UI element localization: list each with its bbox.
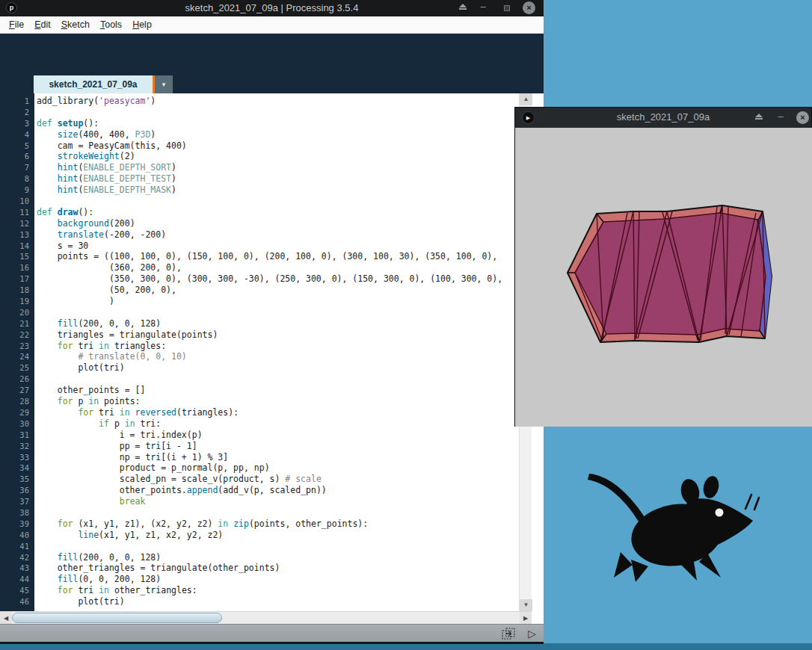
code-line: def setup(): <box>37 118 519 129</box>
line-number: 20 <box>0 307 34 318</box>
horizontal-scrollbar-thumb[interactable] <box>12 613 222 623</box>
line-number: 43 <box>0 563 34 574</box>
scroll-left-button[interactable]: ◀ <box>0 612 12 625</box>
minimize-button[interactable]: – <box>477 2 489 14</box>
shade-button[interactable] <box>457 2 469 14</box>
code-line: i = tri.index(p) <box>37 430 519 441</box>
code-line: plot(tri) <box>37 362 519 374</box>
code-line: cam = PeasyCam(this, 400) <box>37 140 519 152</box>
line-number: 3 <box>0 118 34 129</box>
scroll-up-button[interactable]: ▲ <box>520 93 532 105</box>
line-number: 6 <box>0 151 34 162</box>
line-number: 41 <box>0 541 34 552</box>
code-line: np = tri[(i + 1) % 3] <box>37 452 519 463</box>
mouse-silhouette-icon <box>582 463 765 590</box>
code-line: ) <box>37 296 519 307</box>
code-line: product = p_normal(p, pp, np) <box>37 462 519 474</box>
menu-help[interactable]: Help <box>132 19 152 30</box>
tab-menu-button[interactable]: ▾ <box>155 75 173 93</box>
menu-sketch[interactable]: Sketch <box>61 19 90 30</box>
title-bar[interactable]: p sketch_2021_07_09a | Processing 3.5.4 … <box>0 0 544 16</box>
code-line: points = ((100, 100, 0), (150, 100, 0), … <box>37 251 519 262</box>
line-number: 44 <box>0 574 34 585</box>
line-number: 37 <box>0 496 34 507</box>
line-number: 4 <box>0 129 34 140</box>
line-number: 12 <box>0 218 34 229</box>
code-line <box>37 507 519 519</box>
menu-file[interactable]: File <box>9 19 24 30</box>
line-number: 38 <box>0 507 34 519</box>
line-number: 42 <box>0 552 34 563</box>
line-number: 23 <box>0 341 34 352</box>
console-toggle-icon[interactable]: ▷ <box>528 626 536 641</box>
line-number: 25 <box>0 362 34 374</box>
code-line: other_points.append(add_v(p, scaled_pn)) <box>37 485 519 496</box>
code-line <box>37 307 519 318</box>
code-line: size(400, 400, P3D) <box>37 129 519 140</box>
line-number: 34 <box>0 462 34 474</box>
scroll-down-button[interactable]: ▼ <box>520 599 532 611</box>
sketch-window-title: sketch_2021_07_09a <box>515 111 811 123</box>
line-number: 10 <box>0 196 34 207</box>
line-number: 46 <box>0 596 34 607</box>
line-number: 31 <box>0 430 34 441</box>
window-bottom-edge <box>0 642 544 643</box>
code-line: # translate(0, 0, 10) <box>37 351 519 362</box>
line-number: 17 <box>0 273 34 285</box>
menu-edit[interactable]: Edit <box>34 19 51 30</box>
sketch-output-window: ▶ sketch_2021_07_09a – × <box>514 107 812 427</box>
code-area[interactable]: add_library('peasycam')def setup(): size… <box>34 93 519 611</box>
code-line: add_library('peasycam') <box>37 96 519 107</box>
tab-sketch[interactable]: sketch_2021_07_09a <box>34 75 153 93</box>
maximize-button[interactable] <box>501 2 513 14</box>
code-line <box>37 374 519 385</box>
code-line: plot(tri) <box>37 596 519 607</box>
code-line: other_points = [] <box>37 385 519 396</box>
line-number: 8 <box>0 173 34 185</box>
code-line <box>37 107 519 118</box>
code-line: def draw(): <box>37 207 519 218</box>
sketch-title-bar[interactable]: ▶ sketch_2021_07_09a – × <box>515 108 811 128</box>
line-number: 35 <box>0 474 34 485</box>
desktop-mouse-artwork <box>582 463 765 590</box>
copy-error-icon[interactable] <box>502 628 517 640</box>
code-line: fill(0, 0, 200, 128) <box>37 574 519 585</box>
line-number: 40 <box>0 530 34 541</box>
line-number: 24 <box>0 351 34 362</box>
code-line: fill(200, 0, 0, 128) <box>37 552 519 563</box>
line-number: 29 <box>0 407 34 418</box>
processing-ide-window: p sketch_2021_07_09a | Processing 3.5.4 … <box>0 0 544 643</box>
code-line: for tri in other_triangles: <box>37 585 519 596</box>
code-editor[interactable]: 1234567891011121314151617181920212223242… <box>0 93 544 611</box>
code-line: for p in points: <box>37 396 519 407</box>
code-line: if p in tri: <box>37 418 519 430</box>
line-number: 7 <box>0 162 34 173</box>
scroll-right-button[interactable]: ▶ <box>520 612 532 625</box>
shade-icon <box>459 4 467 7</box>
sketch-canvas[interactable] <box>515 128 812 427</box>
sketch-shade-button[interactable] <box>753 111 765 120</box>
line-number: 13 <box>0 229 34 241</box>
code-line: other_triangles = triangulate(other_poin… <box>37 563 519 574</box>
menu-tools[interactable]: Tools <box>100 19 122 30</box>
line-number: 15 <box>0 251 34 262</box>
code-line: break <box>37 496 519 507</box>
toolbar: Python▾ <box>0 34 544 73</box>
code-line: triangles = triangulate(points) <box>37 329 519 341</box>
line-number: 26 <box>0 374 34 385</box>
line-number: 21 <box>0 318 34 329</box>
maximize-icon <box>504 5 510 11</box>
line-number: 18 <box>0 285 34 296</box>
code-line: background(200) <box>37 218 519 229</box>
line-number: 28 <box>0 396 34 407</box>
sketch-close-button[interactable]: × <box>796 111 809 124</box>
close-button[interactable]: × <box>523 1 535 14</box>
sketch-minimize-button[interactable]: – <box>775 111 787 121</box>
line-number: 30 <box>0 418 34 430</box>
horizontal-scrollbar[interactable]: ◀ ▶ <box>0 611 532 624</box>
code-line: for tri in triangles: <box>37 341 519 352</box>
code-line: for tri in reversed(triangles): <box>37 407 519 418</box>
code-line <box>37 541 519 552</box>
line-number: 14 <box>0 241 34 252</box>
code-line: (50, 200, 0), <box>37 285 519 296</box>
